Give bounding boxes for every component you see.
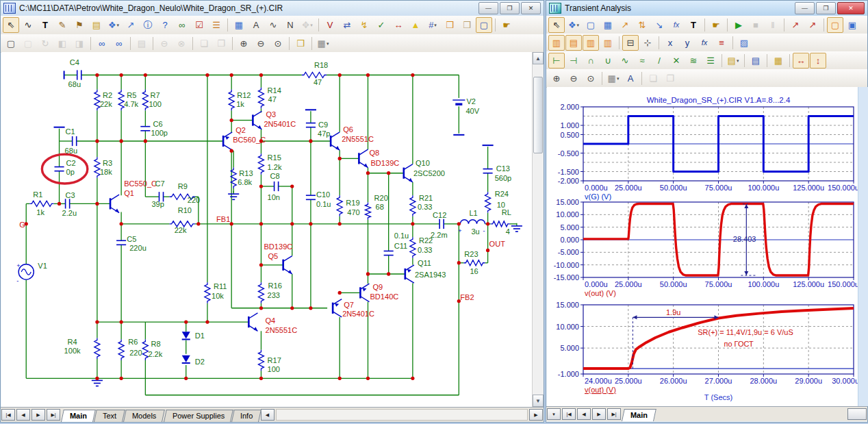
hscroll-thumb[interactable] <box>847 408 867 420</box>
scope-region[interactable]: ▢ <box>827 17 843 33</box>
zoom-mode[interactable]: ↗ <box>123 17 139 33</box>
region-select[interactable]: ▢ <box>476 17 492 33</box>
clipboard-data[interactable]: ▦ <box>770 53 787 68</box>
tab-main[interactable]: Main <box>622 409 656 421</box>
next-tab-button[interactable]: ▶ <box>592 408 606 420</box>
text-mode[interactable]: T <box>685 17 702 33</box>
run-button[interactable]: ▶ <box>730 17 747 33</box>
node-numbers[interactable]: ⇄ <box>339 17 355 33</box>
analysis-limits[interactable]: ↗ <box>787 17 804 33</box>
flat-icon[interactable]: ☰ <box>702 53 719 68</box>
pause-button[interactable]: ‖ <box>765 17 781 33</box>
properties-icon[interactable]: ☛ <box>498 17 515 33</box>
stripes-icon[interactable]: ☰ <box>208 17 225 33</box>
find-value[interactable]: V <box>322 17 338 33</box>
prev-tab-button[interactable]: ◀ <box>16 409 30 421</box>
hscroll-left-button[interactable]: ◀ <box>261 409 275 421</box>
tab-scroll-menu[interactable]: ▾ <box>547 408 561 420</box>
text-mode[interactable]: T <box>37 17 53 33</box>
font-icon[interactable]: A <box>622 71 639 86</box>
curve-icon[interactable]: ↘ <box>651 17 667 33</box>
line-mode[interactable]: ✎ <box>54 17 71 33</box>
tracker-cross[interactable]: ⊹ <box>639 35 656 51</box>
info-icon[interactable]: ⓘ <box>140 17 156 33</box>
point-tag[interactable]: ▣ <box>844 17 860 33</box>
zoom-fx[interactable]: fx <box>696 35 713 51</box>
eraser-icon[interactable]: ▨ <box>736 35 752 51</box>
stepping-icon[interactable]: ↗ <box>804 17 821 33</box>
scale-updown-icon[interactable]: ⇅ <box>634 17 650 33</box>
lightning-icon[interactable]: ↯ <box>356 17 372 33</box>
next-tab-button[interactable]: ▶ <box>31 409 45 421</box>
zoom-in[interactable]: ⊕ <box>548 71 565 86</box>
sheet-edit-icon[interactable]: ▦ <box>231 17 247 33</box>
schematic-vscrollbar[interactable]: ▲ ▼ <box>532 52 544 407</box>
rotate-icon[interactable]: ↻ <box>37 36 53 51</box>
component-menu[interactable]: ❖▾ <box>565 17 582 33</box>
restore-button[interactable]: ❐ <box>816 2 836 14</box>
first-tab-button[interactable]: |◀ <box>1 409 15 421</box>
copy-back-icon[interactable]: ❐ <box>213 36 229 51</box>
tab-main[interactable]: Main <box>61 410 96 422</box>
numeric-output[interactable]: ▤ <box>748 53 764 68</box>
component-menu[interactable]: ❖▾ <box>105 17 122 33</box>
flip-h-icon[interactable]: ◧ <box>54 36 71 51</box>
tab-info[interactable]: Info <box>231 410 261 422</box>
fx-icon[interactable]: fx <box>668 17 685 33</box>
cursor-right[interactable]: ⊣ <box>565 53 582 68</box>
find-node[interactable]: N <box>282 17 298 33</box>
zoom-out[interactable]: ⊖ <box>565 71 582 86</box>
panel-4[interactable]: ▥ <box>600 35 616 51</box>
step-icon[interactable]: ⊖ <box>156 36 173 51</box>
bus-icon[interactable]: ▤ <box>88 17 105 33</box>
select-cursor[interactable]: ⇖ <box>548 17 565 33</box>
drag-mode[interactable]: ✥▾ <box>299 17 316 33</box>
copy-back-icon[interactable]: ❐ <box>662 71 678 86</box>
find-icon[interactable]: ∞ <box>94 36 110 51</box>
cancel-icon[interactable]: ⊗ <box>173 36 190 51</box>
properties-icon[interactable]: ☛ <box>708 17 724 33</box>
panel-2[interactable]: ▤ <box>565 35 582 51</box>
panel-1[interactable]: ▥ <box>548 35 565 51</box>
horizontal-cursor[interactable]: ⊟ <box>622 35 639 51</box>
notes-icon[interactable]: ▤ <box>133 36 150 51</box>
copy-front-icon[interactable]: ❏ <box>645 71 661 86</box>
slope-icon[interactable]: / <box>651 53 667 68</box>
analysis-titlebar[interactable]: Transient Analysis — ❐ ✕ <box>546 1 867 16</box>
find-wave[interactable]: ∿ <box>265 17 281 33</box>
close-button[interactable]: ✕ <box>521 2 541 14</box>
zoom-y[interactable]: y <box>679 35 695 51</box>
scroll-up-button[interactable]: ▲ <box>533 52 544 64</box>
tile-menu[interactable]: ▦▾ <box>315 36 331 51</box>
help-icon[interactable]: ? <box>157 17 173 33</box>
last-tab-button[interactable]: ▶| <box>47 409 60 421</box>
checklist-icon[interactable]: ☑ <box>191 17 207 33</box>
hscroll-right-button[interactable]: ▶ <box>529 409 543 421</box>
tab-text[interactable]: Text <box>94 410 125 422</box>
minimize-button[interactable]: — <box>478 2 498 14</box>
wire-mode[interactable]: ∿ <box>20 17 36 33</box>
smooth-icon[interactable]: ≈ <box>634 53 650 68</box>
schematic-canvas[interactable]: C468uR222kR54.7kR7100C6100pC168uC20pR318… <box>1 52 531 407</box>
schematic-titlebar[interactable]: C:\MC11\DATA\Petrov\White_Dragon_Neulo\W… <box>1 1 544 16</box>
small-doc-icon[interactable]: ❒ <box>459 17 475 33</box>
page-icon[interactable]: ❒ <box>442 17 458 33</box>
cross-icon[interactable]: ✕ <box>668 53 685 68</box>
grid-menu[interactable]: #▾ <box>424 17 441 33</box>
scale-x-icon[interactable]: ↔ <box>793 53 809 68</box>
restore-button[interactable]: ❐ <box>500 2 520 14</box>
link-icon[interactable]: ∞ <box>174 17 190 33</box>
find-next-icon[interactable]: ∞ <box>111 36 127 51</box>
wave-icon[interactable]: ∿ <box>617 53 633 68</box>
find-attribute[interactable]: A <box>248 17 264 33</box>
zoom-lines[interactable]: ≡ <box>713 35 730 51</box>
flag-mode[interactable]: ⚑ <box>71 17 88 33</box>
cursor-left[interactable]: ⊢ <box>548 53 565 68</box>
measure-icon[interactable]: ↔ <box>390 17 407 33</box>
panel-3[interactable]: ▥ <box>583 35 599 51</box>
tile-menu[interactable]: ▦▾ <box>605 71 622 86</box>
clipboard-wave[interactable]: ▤▾ <box>725 53 741 68</box>
zoom-in[interactable]: ⊕ <box>235 36 252 51</box>
zoom-out[interactable]: ⊖ <box>253 36 269 51</box>
scroll-down-button[interactable]: ▼ <box>533 395 544 407</box>
